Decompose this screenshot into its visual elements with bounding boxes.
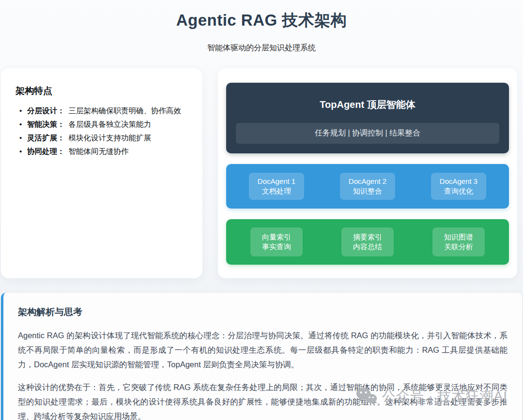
top-agent-title: TopAgent 顶层智能体: [236, 98, 499, 111]
feature-label: 协同处理：: [27, 147, 65, 155]
feature-label: 分层设计：: [27, 106, 65, 115]
tool-summary-index-node: 摘要索引 内容总结: [341, 227, 394, 256]
doc-agent-role: 知识整合: [349, 186, 386, 196]
doc-agent-3-node: DocAgent 3 查询优化: [431, 173, 486, 200]
doc-agent-role: 查询优化: [440, 186, 477, 196]
feature-item-flexible-extension: •灵活扩展：模块化设计支持功能扩展: [27, 131, 190, 145]
bullet-icon: •: [19, 104, 22, 118]
page: Agentic RAG 技术架构 智能体驱动的分层知识处理系统 架构特点 •分层…: [0, 0, 523, 420]
watermark: 公众号 · 技术狂潮AI: [356, 387, 508, 405]
features-card: 架构特点 •分层设计：三层架构确保职责明确、协作高效 •智能决策：各层级具备独立…: [1, 68, 202, 278]
doc-agent-2-node: DocAgent 2 知识整合: [340, 173, 395, 200]
feature-text: 三层架构确保职责明确、协作高效: [69, 106, 182, 115]
main-row: 架构特点 •分层设计：三层架构确保职责明确、协作高效 •智能决策：各层级具备独立…: [0, 68, 523, 278]
doc-agent-name: DocAgent 2: [349, 177, 386, 186]
tool-line2: 内容总结: [350, 242, 385, 252]
page-subtitle: 智能体驱动的分层知识处理系统: [0, 43, 523, 53]
doc-agent-layer: DocAgent 1 文档处理 DocAgent 2 知识整合 DocAgent…: [226, 164, 509, 209]
analysis-paragraph-1: Agentic RAG 的架构设计体现了现代智能系统的核心理念：分层治理与协同决…: [18, 328, 508, 372]
tool-line2: 关联分析: [441, 242, 476, 252]
feature-text: 各层级具备独立决策能力: [69, 120, 152, 128]
watermark-text: 公众号 · 技术狂潮AI: [382, 387, 508, 405]
feature-label: 智能决策：: [27, 120, 65, 128]
bullet-icon: •: [19, 118, 22, 131]
top-agent-layer: TopAgent 顶层智能体 任务规划 | 协调控制 | 结果整合: [226, 83, 509, 153]
page-header: Agentic RAG 技术架构 智能体驱动的分层知识处理系统: [0, 0, 523, 53]
feature-item-layered-design: •分层设计：三层架构确保职责明确、协作高效: [27, 104, 190, 118]
tool-line1: 摘要索引: [350, 232, 385, 242]
tool-line1: 向量索引: [259, 232, 294, 242]
tool-line1: 知识图谱: [441, 232, 476, 242]
features-list: •分层设计：三层架构确保职责明确、协作高效 •智能决策：各层级具备独立决策能力 …: [15, 104, 190, 158]
features-heading: 架构特点: [15, 85, 190, 97]
feature-label: 灵活扩展：: [27, 134, 65, 142]
rag-tool-layer: 向量索引 事实查询 摘要索引 内容总结 知识图谱 关联分析: [226, 219, 509, 265]
architecture-diagram-card: TopAgent 顶层智能体 任务规划 | 协调控制 | 结果整合 DocAge…: [218, 68, 517, 278]
feature-item-collaborative-processing: •协同处理：智能体间无缝协作: [27, 145, 190, 158]
bullet-icon: •: [19, 131, 22, 145]
bullet-icon: •: [19, 145, 22, 158]
feature-text: 模块化设计支持功能扩展: [69, 134, 152, 142]
tool-vector-index-node: 向量索引 事实查询: [250, 227, 303, 256]
tool-knowledge-graph-node: 知识图谱 关联分析: [432, 227, 485, 256]
page-title: Agentic RAG 技术架构: [0, 10, 523, 31]
tool-line2: 事实查询: [259, 242, 294, 252]
doc-agent-name: DocAgent 3: [440, 177, 477, 186]
wechat-icon: [356, 387, 377, 405]
feature-text: 智能体间无缝协作: [69, 147, 129, 155]
doc-agent-name: DocAgent 1: [258, 177, 295, 186]
doc-agent-1-node: DocAgent 1 文档处理: [249, 173, 304, 200]
doc-agent-role: 文档处理: [258, 186, 295, 196]
top-agent-functions: 任务规划 | 协调控制 | 结果整合: [236, 123, 499, 144]
analysis-heading: 架构解析与思考: [18, 306, 508, 318]
feature-item-intelligent-decision: •智能决策：各层级具备独立决策能力: [27, 118, 190, 131]
